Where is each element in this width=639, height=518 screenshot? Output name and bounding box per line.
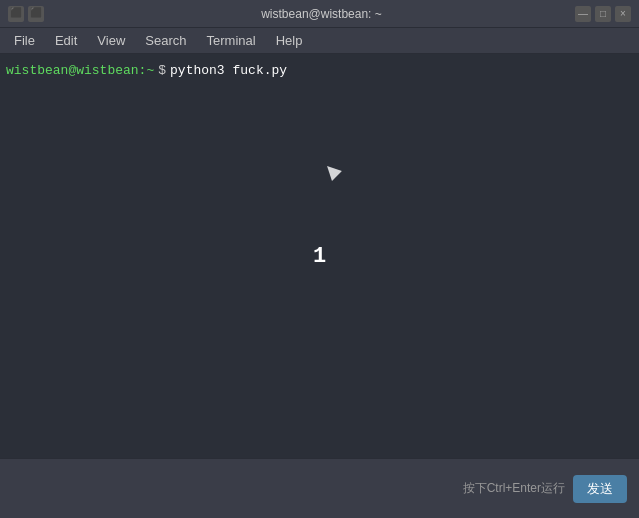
- prompt-dollar: $: [158, 62, 166, 80]
- minimize-button[interactable]: —: [575, 6, 591, 22]
- terminal-area[interactable]: wistbean@wistbean: ~ $ python3 fuck.py 1: [0, 54, 639, 458]
- close-button[interactable]: ×: [615, 6, 631, 22]
- mouse-cursor: [322, 161, 342, 181]
- send-button[interactable]: 发送: [573, 475, 627, 503]
- window-icon-1: ⬛: [8, 6, 24, 22]
- menu-bar: File Edit View Search Terminal Help: [0, 28, 639, 54]
- maximize-icon: □: [600, 9, 606, 19]
- menu-edit[interactable]: Edit: [45, 31, 87, 50]
- window-title: wistbean@wistbean: ~: [68, 7, 575, 21]
- window-controls: — □ ×: [575, 6, 631, 22]
- menu-file[interactable]: File: [4, 31, 45, 50]
- menu-search[interactable]: Search: [135, 31, 196, 50]
- prompt-user: wistbean@wistbean:: [6, 62, 146, 80]
- command-line: wistbean@wistbean: ~ $ python3 fuck.py: [6, 62, 633, 80]
- keyboard-hint: 按下Ctrl+Enter运行: [463, 480, 565, 497]
- bottom-bar: 按下Ctrl+Enter运行 发送: [0, 458, 639, 518]
- menu-view[interactable]: View: [87, 31, 135, 50]
- title-bar: ⬛ ⬛ wistbean@wistbean: ~ — □ ×: [0, 0, 639, 28]
- minimize-icon: —: [578, 9, 588, 19]
- terminal-output: 1: [313, 244, 326, 269]
- maximize-button[interactable]: □: [595, 6, 611, 22]
- window-icon-2: ⬛: [28, 6, 44, 22]
- close-icon: ×: [620, 9, 626, 19]
- terminal-command: python3 fuck.py: [170, 62, 287, 80]
- prompt-path: ~: [146, 62, 154, 80]
- menu-help[interactable]: Help: [266, 31, 313, 50]
- menu-terminal[interactable]: Terminal: [197, 31, 266, 50]
